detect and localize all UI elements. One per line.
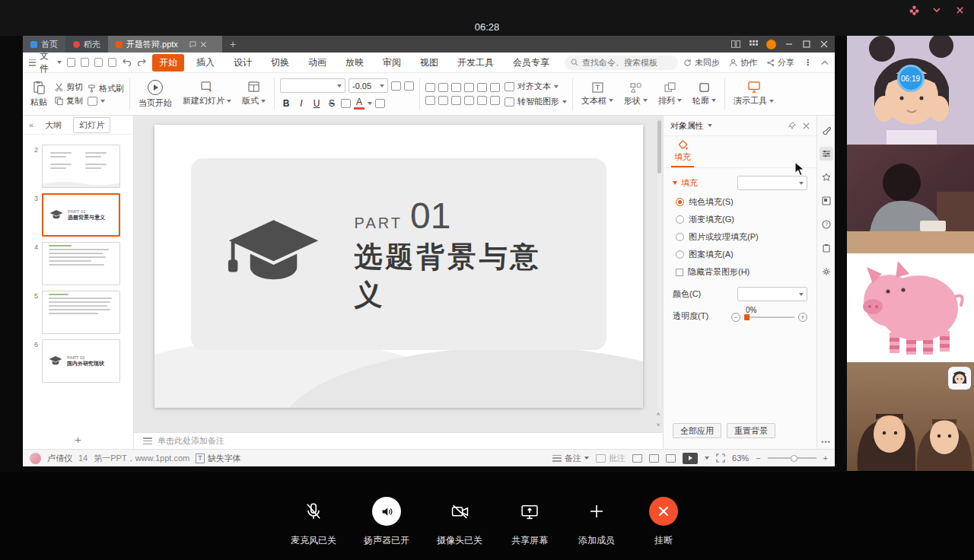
align-right-icon[interactable] [451, 96, 461, 105]
user-avatar[interactable] [30, 453, 41, 464]
decrease-indent-icon[interactable] [451, 83, 461, 92]
fill-option-pattern[interactable]: 图案填充(A) [673, 249, 807, 260]
fill-option-gradient[interactable]: 渐变填充(G) [673, 214, 807, 225]
camera-button[interactable]: 摄像头已关 [437, 497, 482, 547]
reading-view-icon[interactable] [666, 454, 676, 463]
slideshow-options-icon[interactable] [705, 457, 709, 460]
share-button[interactable]: 分享 [766, 57, 794, 68]
ribbon-tab-devtools[interactable]: 开发工具 [450, 54, 501, 72]
close-window-icon[interactable] [954, 5, 965, 15]
distribute-icon[interactable] [490, 96, 500, 105]
slide-thumbnail-6[interactable]: PART 02 国内外研究现状 [42, 339, 120, 383]
bold-button[interactable]: B [280, 98, 292, 109]
outline-button[interactable]: 轮廓 [689, 76, 719, 112]
slide-content-card[interactable]: PART 01 选题背景与意义 [191, 158, 606, 350]
participant-video-4[interactable] [847, 362, 974, 471]
copy-button[interactable]: 复制 [55, 95, 83, 107]
participant-video-3[interactable] [847, 253, 974, 362]
object-properties-icon[interactable] [820, 147, 833, 161]
arrange-button[interactable]: 排列 [655, 76, 685, 112]
style-painter-button[interactable] [88, 97, 124, 106]
decrease-icon[interactable]: − [731, 313, 740, 322]
next-slide-button[interactable]: ˅ [654, 421, 663, 429]
tab-document[interactable]: 开题答辩.pptx [108, 36, 222, 52]
decrease-font-icon[interactable] [404, 81, 414, 91]
print-icon[interactable] [81, 58, 89, 67]
save-icon[interactable] [67, 58, 75, 67]
help-icon[interactable]: ? [820, 218, 833, 231]
slideshow-button[interactable] [683, 453, 698, 464]
more-menu-icon[interactable]: ⋮ [804, 58, 812, 68]
microphone-button[interactable]: 麦克风已关 [291, 497, 336, 547]
apply-all-button[interactable]: 全部应用 [673, 423, 721, 438]
fill-preset-combo[interactable] [737, 176, 807, 190]
zoom-slider[interactable] [768, 457, 816, 459]
justify-icon[interactable] [464, 96, 474, 105]
font-family-combo[interactable] [280, 78, 345, 93]
clipboard-pane-icon[interactable] [820, 241, 833, 255]
fill-tab[interactable]: 填充 [671, 136, 694, 167]
beautify-icon[interactable] [909, 5, 919, 15]
paste-button[interactable]: 粘贴 [27, 76, 50, 112]
close-panel-icon[interactable] [803, 123, 810, 129]
notes-toggle-button[interactable]: 备注 [552, 453, 589, 464]
reset-background-button[interactable]: 重置背景 [727, 423, 775, 438]
cut-button[interactable]: 剪切 [55, 81, 83, 93]
clear-format-icon[interactable] [341, 99, 351, 108]
ribbon-tab-insert[interactable]: 插入 [189, 54, 221, 72]
participant-video-1[interactable]: 06:19 [847, 36, 974, 145]
normal-view-icon[interactable] [632, 454, 642, 463]
ribbon-tab-animation[interactable]: 动画 [301, 54, 333, 72]
speaker-button[interactable]: 扬声器已开 [364, 497, 409, 547]
to-smartart-button[interactable]: 转智能图形 [505, 96, 567, 107]
previous-slide-button[interactable]: ˄ [654, 410, 663, 418]
missing-font-button[interactable]: T 缺失字体 [196, 453, 241, 464]
line-spacing-icon[interactable] [477, 83, 487, 92]
collaborate-button[interactable]: 协作 [729, 57, 757, 68]
grid-apps-icon[interactable] [749, 40, 758, 49]
slide-thumbnail-4[interactable] [42, 242, 120, 285]
minimize-app-icon[interactable] [785, 40, 794, 49]
new-slide-button[interactable]: 新建幻灯片 [180, 76, 234, 112]
command-search[interactable] [565, 56, 678, 70]
text-box-button[interactable]: 文本框 [578, 76, 616, 112]
split-view-icon[interactable] [731, 40, 740, 49]
pin-icon[interactable] [788, 122, 796, 129]
effects-star-icon[interactable] [820, 170, 833, 184]
increase-icon[interactable]: + [798, 313, 807, 322]
add-slide-button[interactable]: + [23, 429, 133, 449]
share-screen-button[interactable]: 共享屏幕 [510, 497, 549, 547]
undo-icon[interactable] [122, 58, 132, 68]
slide-thumbnail-3-selected[interactable]: PART 01 选题背景与意义 [42, 193, 120, 237]
slide-thumbnail-5[interactable] [42, 291, 120, 334]
selection-pane-icon[interactable] [820, 194, 833, 208]
add-member-button[interactable]: 添加成员 [577, 497, 616, 547]
fill-section-header[interactable]: 填充 [673, 176, 807, 190]
align-text-button[interactable]: 对齐文本 [505, 81, 567, 92]
strikethrough-button[interactable]: S [326, 98, 338, 109]
close-app-icon[interactable] [820, 40, 829, 49]
tab-docer[interactable]: 稻壳 [65, 36, 108, 52]
collapse-panel-icon[interactable]: « [29, 120, 33, 129]
columns-icon[interactable] [477, 96, 487, 105]
search-input[interactable] [582, 58, 672, 67]
close-tab-icon[interactable] [200, 41, 207, 48]
export-pdf-icon[interactable] [108, 58, 116, 67]
align-left-icon[interactable] [425, 96, 435, 105]
zoom-slider-thumb[interactable] [791, 455, 797, 462]
ribbon-tab-view[interactable]: 视图 [413, 54, 445, 72]
ribbon-tab-design[interactable]: 设计 [227, 54, 259, 72]
file-menu[interactable]: 文件 [29, 49, 62, 75]
play-from-current-button[interactable]: 当页开始 [135, 76, 175, 112]
zoom-out-icon[interactable]: − [756, 453, 760, 463]
collapse-ribbon-icon[interactable] [821, 60, 829, 65]
sync-status[interactable]: 未同步 [683, 57, 720, 68]
fit-window-icon[interactable] [716, 453, 725, 463]
canvas-scrollbar[interactable] [657, 120, 661, 409]
redo-icon[interactable] [137, 58, 147, 68]
font-color-button[interactable]: A [354, 97, 364, 110]
underline-button[interactable]: U [310, 98, 323, 109]
fill-option-picture[interactable]: 图片或纹理填充(P) [673, 231, 807, 243]
numbering-icon[interactable] [438, 83, 448, 92]
ribbon-tab-start[interactable]: 开始 [152, 54, 184, 72]
